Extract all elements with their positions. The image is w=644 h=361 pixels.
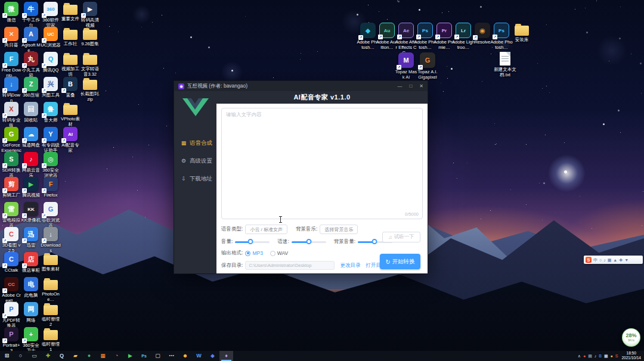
desktop-icon[interactable]: 牛↗千牛工作台 xyxy=(21,2,41,28)
sogou-input-toolbar[interactable]: S 中○♪▦▲✚▼ xyxy=(584,256,643,264)
change-dir-link[interactable]: 更改目录 xyxy=(340,262,360,269)
app-orange-icon[interactable]: ▦ xyxy=(96,351,110,361)
app-white-icon[interactable]: ▢ xyxy=(151,351,165,361)
desktop-icon[interactable]: +↗360安全卫士 xyxy=(21,327,41,353)
sogou-tool-icon[interactable]: 中 xyxy=(593,258,597,262)
desktop-icon[interactable]: 丸↗小丸工具箱 xyxy=(21,52,41,78)
format-radio-wav[interactable]: WAV xyxy=(270,250,288,256)
sogou-logo-icon[interactable]: S xyxy=(586,257,592,263)
sogou-tool-icon[interactable]: ✚ xyxy=(619,258,623,262)
search-icon[interactable]: Q xyxy=(55,351,69,361)
desktop-icon[interactable]: PhotoOne… xyxy=(41,277,61,302)
desktop-icon[interactable]: G↗Topaz A.I. Gigapixel xyxy=(416,52,439,80)
cortana-button[interactable]: ○ xyxy=(14,351,27,361)
desktop-icon[interactable]: ↓↗Downloads xyxy=(41,227,61,253)
desktop-icon[interactable]: 新建文本文档.txt xyxy=(494,51,516,77)
file-explorer-icon[interactable]: ▰ xyxy=(69,351,82,361)
desktop-icon[interactable]: P↗凡PDF转换器 xyxy=(1,302,21,328)
desktop-icon[interactable]: 迅↗迅雷 xyxy=(21,227,41,248)
app-green-icon[interactable]: ● xyxy=(82,351,96,361)
sidebar-item-download-address[interactable]: ⇩下载地址 xyxy=(174,170,216,188)
desktop-icon[interactable]: 360↗360软件管家 xyxy=(41,2,61,28)
desktop-icon[interactable]: 安装库 xyxy=(510,23,533,42)
slider-thumb[interactable] xyxy=(248,239,253,244)
desktop-icon[interactable]: ☁↗城通网盘 xyxy=(21,127,41,148)
desktop-icon[interactable]: 兴↗兴图工具 xyxy=(41,77,61,98)
desktop-icon[interactable]: ✕↗向日葵 xyxy=(1,27,21,48)
desktop-icon[interactable]: C↗3D看图 v2.5 xyxy=(1,227,21,253)
start-convert-button[interactable]: ↻ 开始转换 xyxy=(380,254,420,269)
tray-red-icon[interactable]: ● xyxy=(583,354,586,358)
desktop-icon[interactable]: 长截图到.zip xyxy=(80,77,100,102)
bgm-select-button[interactable]: 选择背景音乐 xyxy=(320,225,358,234)
desktop-icon[interactable]: B↗蓝叠 xyxy=(60,77,80,98)
desktop-icon[interactable]: UC↗UC浏览器 xyxy=(41,27,61,48)
desktop-icon[interactable]: 雷↗雷电模拟器 xyxy=(1,202,21,228)
sidebar-item-advanced-settings[interactable]: ⚙高级设置 xyxy=(174,152,216,170)
tray-yellow-icon[interactable]: ● xyxy=(611,354,613,358)
desktop-icon[interactable]: 电此电脑 xyxy=(21,277,41,298)
tencent-video-icon[interactable]: ▶ xyxy=(123,351,137,361)
desktop-icon[interactable]: F↗Free Downlo… xyxy=(1,52,21,78)
desktop-icon[interactable]: 微↗微信 xyxy=(1,2,21,23)
tray-bluetooth-icon[interactable]: B xyxy=(599,354,602,358)
tray-display-icon[interactable]: ▤ xyxy=(588,354,592,358)
desktop-icon[interactable]: AI↗AI配音专家 xyxy=(60,127,80,153)
word-icon[interactable]: W xyxy=(192,351,206,361)
desktop-icon[interactable]: 临时整理2 xyxy=(41,302,61,327)
sogou-tool-icon[interactable]: ▦ xyxy=(608,258,612,262)
desktop-icon[interactable]: X↗转码专业版 xyxy=(1,102,21,128)
desktop-icon[interactable]: 重要文件 xyxy=(60,2,80,21)
desktop-icon[interactable]: F↗Firefox xyxy=(41,177,61,198)
desktop-icon[interactable]: 鲁↗鲁大师 xyxy=(41,102,61,123)
desktop-icon[interactable]: KK↗KK录像机 xyxy=(21,202,41,223)
preview-button[interactable]: ♫ 试听一下 xyxy=(382,232,420,242)
maximize-button[interactable]: □ xyxy=(409,83,412,89)
desktop-icon[interactable]: 网网络 xyxy=(21,302,41,323)
desktop-icon[interactable]: 视频加工坊 xyxy=(60,52,80,77)
text-input-area[interactable]: 请输入文字内容 0/5000 xyxy=(221,108,423,219)
desktop-icon[interactable]: G↗谷歌浏览器 xyxy=(41,202,61,228)
desktop-icon[interactable]: VPhoto素材 xyxy=(60,102,80,127)
desktop-icon[interactable]: 店↗微店掌柜 xyxy=(21,252,41,273)
sogou-tool-icon[interactable]: ▼ xyxy=(624,258,628,262)
minimize-button[interactable]: — xyxy=(397,83,402,89)
desktop-icon[interactable]: ▶↗腾讯视频 xyxy=(21,177,41,198)
sidebar-item-voice-synthesis[interactable]: ▦语音合成 xyxy=(174,134,216,152)
chrome-icon[interactable]: ◔ xyxy=(110,351,123,361)
tray-white-icon[interactable]: ▦ xyxy=(604,354,608,358)
desktop-icon[interactable]: ◎↗360安全浏览器 xyxy=(41,152,61,178)
window-titlebar[interactable]: ◉ 互想视频 (作者: bavangao) — □ ✕ xyxy=(174,81,428,91)
desktop-icon[interactable]: Y↗有专四级证助手 xyxy=(41,127,61,153)
app-blue-icon[interactable]: ◆ xyxy=(206,351,219,361)
desktop-icon[interactable]: 9.26图集 xyxy=(80,27,100,46)
format-radio-mp3[interactable]: MP3 xyxy=(245,250,262,256)
desktop-icon[interactable]: Z↗360压缩 xyxy=(21,77,41,98)
sogou-tool-icon[interactable]: ♪ xyxy=(603,258,606,262)
desktop-icon[interactable]: P↗Portrait+ 3 xyxy=(1,327,21,353)
start-button[interactable]: ⊞ xyxy=(0,351,14,361)
photoshop-icon[interactable]: Ps xyxy=(137,351,151,361)
more-icon[interactable]: ⋯ xyxy=(165,351,178,361)
sogou-tool-icon[interactable]: ▲ xyxy=(613,258,617,262)
app-yellow-icon[interactable]: ☻ xyxy=(178,351,192,361)
desktop-icon[interactable]: 剪↗剪辑工厂 xyxy=(1,177,21,198)
desktop-icon[interactable]: 文字转语音3.32 xyxy=(80,52,100,77)
desktop-icon[interactable]: C↗CCtalk xyxy=(1,252,21,273)
speed-ball[interactable]: 28% 9K/s xyxy=(622,328,640,347)
tray-volume-icon[interactable]: ♪ xyxy=(595,354,597,358)
task-view-button[interactable]: ▭ xyxy=(27,351,41,361)
taskbar-clock[interactable]: 18:50 2021/10/14 xyxy=(620,351,644,361)
desktop-icon[interactable]: ↓↗转码Down xyxy=(1,77,21,103)
slider-track[interactable] xyxy=(292,241,326,243)
desktop-icon[interactable]: ♪↗网易云音乐 xyxy=(21,152,41,178)
close-button[interactable]: ✕ xyxy=(419,83,423,89)
slider-track[interactable] xyxy=(235,241,270,243)
desktop-icon[interactable]: Ps↗Adobe Photosh… xyxy=(490,23,513,50)
desktop-icon[interactable]: A↗Agisoft Me… xyxy=(21,27,41,53)
tray-expand-icon[interactable]: ∧ xyxy=(578,354,581,358)
slider-thumb[interactable] xyxy=(371,239,377,244)
desktop-icon[interactable]: S↗SDR转换器 xyxy=(1,152,21,178)
desktop-icon[interactable]: 工作社 xyxy=(60,27,80,46)
desktop-icon[interactable]: M↗Topaz Mask AI xyxy=(395,52,417,80)
